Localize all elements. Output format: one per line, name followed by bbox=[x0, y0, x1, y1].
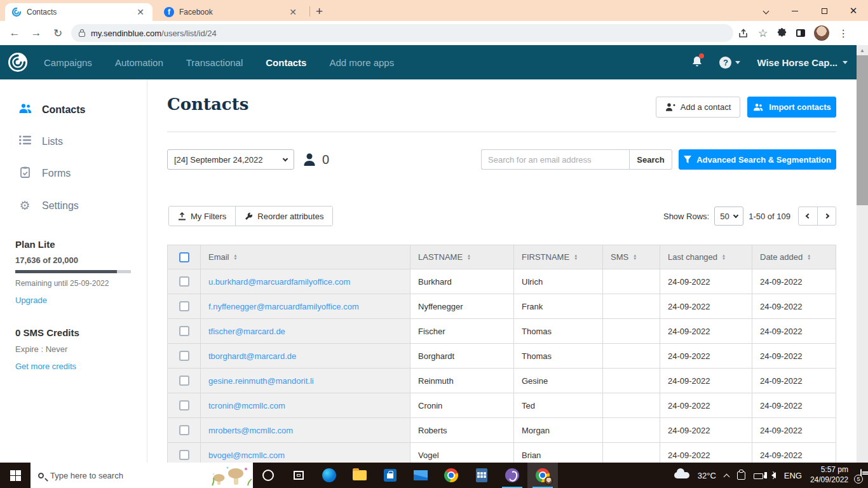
column-header-date-added[interactable]: Date added▲▼ bbox=[752, 245, 837, 269]
row-checkbox[interactable] bbox=[179, 301, 189, 311]
browser-menu-icon[interactable]: ⋮ bbox=[838, 27, 848, 39]
taskbar-edge[interactable] bbox=[314, 463, 344, 488]
back-icon[interactable]: ← bbox=[4, 27, 25, 39]
contact-email-link[interactable]: mroberts@mcmllc.com bbox=[208, 426, 293, 435]
reload-icon[interactable]: ↻ bbox=[47, 27, 69, 40]
contact-email-link[interactable]: f.nyffenegger@marcuardfamilyoffice.com bbox=[208, 302, 359, 311]
get-more-credits-link[interactable]: Get more credits bbox=[15, 362, 76, 371]
tray-chevron-up-icon[interactable] bbox=[723, 473, 729, 480]
taskbar-mail[interactable] bbox=[405, 463, 436, 488]
sidebar-item-lists[interactable]: Lists bbox=[0, 126, 147, 157]
maximize-button[interactable] bbox=[810, 6, 839, 15]
nav-transactional[interactable]: Transactional bbox=[186, 57, 243, 68]
close-window-button[interactable]: ✕ bbox=[839, 5, 868, 17]
row-checkbox[interactable] bbox=[179, 400, 189, 410]
nav-contacts[interactable]: Contacts bbox=[266, 57, 306, 68]
advanced-search-button[interactable]: Advanced Search & Segmentation bbox=[679, 149, 836, 170]
contacts-table: Email▲▼ LASTNAME▲▼ FIRSTNAME▲▼ SMS▲▼ Las… bbox=[167, 245, 836, 463]
row-checkbox[interactable] bbox=[179, 276, 189, 287]
next-page-button[interactable] bbox=[817, 207, 836, 225]
email-search-input[interactable] bbox=[481, 149, 629, 170]
profile-avatar[interactable] bbox=[814, 25, 829, 41]
reorder-attributes-button[interactable]: Reorder attributes bbox=[235, 207, 332, 226]
row-checkbox[interactable] bbox=[179, 351, 189, 361]
select-all-checkbox[interactable] bbox=[179, 252, 189, 262]
contact-email-link[interactable]: u.burkhard@marcuardfamilyoffice.com bbox=[208, 277, 350, 287]
tablet-mode-icon[interactable] bbox=[737, 471, 745, 480]
close-tab-icon[interactable]: ✕ bbox=[287, 7, 299, 17]
nav-add-more-apps[interactable]: Add more apps bbox=[329, 57, 394, 68]
rows-per-page-select[interactable]: 50 bbox=[714, 207, 743, 226]
notifications-bell-icon[interactable] bbox=[691, 55, 703, 70]
taskbar-chrome[interactable] bbox=[436, 463, 466, 488]
sendinblue-logo[interactable] bbox=[8, 53, 27, 72]
nav-campaigns[interactable]: Campaigns bbox=[44, 57, 92, 68]
new-tab-button[interactable]: + bbox=[316, 4, 323, 18]
tab-search-icon[interactable] bbox=[751, 6, 780, 15]
speaker-icon[interactable] bbox=[771, 472, 776, 478]
lastname-cell: Nyffenegger bbox=[410, 294, 514, 318]
taskbar-store[interactable] bbox=[375, 463, 405, 488]
scrollbar-up-arrow[interactable]: ▲ bbox=[857, 45, 868, 55]
scrollbar-thumb[interactable] bbox=[857, 55, 868, 205]
close-tab-icon[interactable]: ✕ bbox=[135, 7, 146, 17]
column-header-sms[interactable]: SMS▲▼ bbox=[603, 245, 660, 269]
lastname-cell-value: Cronin bbox=[418, 401, 442, 410]
taskbar-file-explorer[interactable] bbox=[344, 463, 375, 488]
gear-icon: ⚙ bbox=[18, 200, 32, 212]
prev-page-button[interactable] bbox=[799, 207, 817, 225]
row-checkbox[interactable] bbox=[179, 376, 189, 386]
add-contact-button[interactable]: Add a contact bbox=[656, 97, 740, 118]
extensions-puzzle-icon[interactable] bbox=[776, 28, 787, 39]
bookmark-star-icon[interactable]: ☆ bbox=[758, 27, 768, 40]
date-added-cell: 24-09-2022 bbox=[752, 344, 837, 368]
start-button[interactable] bbox=[0, 463, 31, 488]
battery-icon[interactable] bbox=[754, 473, 763, 479]
sidebar-item-settings[interactable]: ⚙ Settings bbox=[0, 190, 147, 221]
weather-cloud-icon[interactable] bbox=[674, 472, 689, 478]
language-indicator[interactable]: ENG bbox=[784, 471, 802, 480]
action-center-button[interactable]: 5 bbox=[860, 470, 862, 481]
contact-email-link[interactable]: bvogel@mcmllc.com bbox=[208, 451, 285, 460]
help-menu[interactable]: ? bbox=[719, 57, 740, 69]
tab-contacts[interactable]: Contacts ✕ bbox=[5, 3, 153, 21]
column-header-email[interactable]: Email▲▼ bbox=[201, 245, 410, 269]
row-checkbox[interactable] bbox=[179, 326, 189, 336]
row-checkbox[interactable] bbox=[179, 425, 189, 435]
lastname-cell: Vogel bbox=[410, 443, 514, 463]
column-header-firstname[interactable]: FIRSTNAME▲▼ bbox=[514, 245, 603, 269]
column-header-last-changed[interactable]: Last changed▲▼ bbox=[660, 245, 752, 269]
temperature[interactable]: 32°C bbox=[698, 471, 716, 480]
account-menu[interactable]: Wise Horse Cap... bbox=[757, 57, 848, 68]
taskbar-bittorrent[interactable] bbox=[497, 463, 527, 488]
import-contacts-button[interactable]: Import contacts bbox=[747, 97, 836, 118]
list-selector-dropdown[interactable]: [24] September 24,2022 bbox=[167, 149, 294, 170]
taskbar-chrome-active[interactable] bbox=[527, 463, 558, 488]
taskbar-search-placeholder: Type here to search bbox=[50, 471, 123, 480]
taskbar-cortana[interactable] bbox=[253, 463, 283, 488]
search-button[interactable]: Search bbox=[629, 149, 672, 170]
share-icon[interactable] bbox=[738, 29, 749, 38]
contact-email-link[interactable]: tcronin@mcmllc.com bbox=[208, 401, 285, 410]
sidebar-item-forms[interactable]: Forms bbox=[0, 157, 147, 190]
tab-facebook[interactable]: f Facebook ✕ bbox=[158, 3, 305, 21]
column-header-lastname[interactable]: LASTNAME▲▼ bbox=[410, 245, 514, 269]
contact-email-link[interactable]: gesine.reinmuth@mandorit.li bbox=[208, 376, 314, 386]
clock[interactable]: 5:57 pm24/09/2022 bbox=[810, 465, 848, 485]
address-bar[interactable]: my.sendinblue.com/users/list/id/24 bbox=[71, 24, 733, 42]
upgrade-link[interactable]: Upgrade bbox=[15, 295, 47, 305]
taskbar-search[interactable]: Type here to search bbox=[31, 463, 253, 488]
row-checkbox[interactable] bbox=[179, 450, 189, 460]
contact-email-link[interactable]: tfischer@marcard.de bbox=[208, 327, 285, 336]
taskbar-task-view[interactable] bbox=[283, 463, 314, 488]
forward-icon[interactable]: → bbox=[25, 27, 47, 39]
sidebar-item-contacts[interactable]: Contacts bbox=[0, 93, 147, 126]
taskbar-calculator[interactable] bbox=[466, 463, 497, 488]
nav-automation[interactable]: Automation bbox=[115, 57, 163, 68]
my-filters-button[interactable]: My Filters bbox=[169, 207, 235, 226]
sms-cell bbox=[603, 369, 660, 393]
minimize-button[interactable] bbox=[780, 6, 810, 15]
last-changed-cell: 24-09-2022 bbox=[660, 443, 752, 463]
side-panel-icon[interactable] bbox=[796, 29, 805, 37]
contact-email-link[interactable]: tborghardt@marcard.de bbox=[208, 351, 296, 361]
